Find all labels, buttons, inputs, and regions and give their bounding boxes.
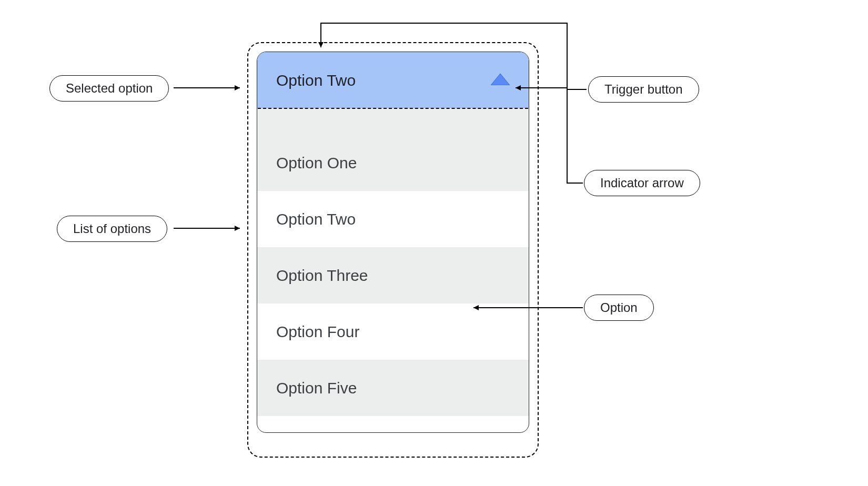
trigger-section-outline [258,108,528,109]
annotation-selected-option: Selected option [49,75,169,102]
options-list: Option One Option Two Option Three Optio… [257,108,529,416]
option-item[interactable]: Option One [257,108,529,191]
annotation-trigger-button: Trigger button [588,76,699,103]
option-item[interactable]: Option Three [257,247,529,303]
trigger-button[interactable]: Option Two [257,52,529,108]
option-item[interactable]: Option Two [257,191,529,247]
annotation-list-of-options: List of options [57,216,167,242]
svg-marker-0 [491,74,510,85]
option-label: Option Two [276,210,356,228]
option-label: Option Three [276,267,368,285]
diagram-canvas: Option Two Option One Option Two Option … [0,0,868,486]
option-item[interactable]: Option Four [257,303,529,360]
annotation-option: Option [584,295,654,321]
option-label: Option Four [276,323,359,341]
annotation-indicator-arrow: Indicator arrow [584,170,700,196]
option-label: Option One [276,154,357,172]
indicator-arrow-icon [491,74,510,87]
selected-option-label: Option Two [276,72,356,89]
option-label: Option Five [276,379,357,397]
option-item[interactable]: Option Five [257,360,529,416]
